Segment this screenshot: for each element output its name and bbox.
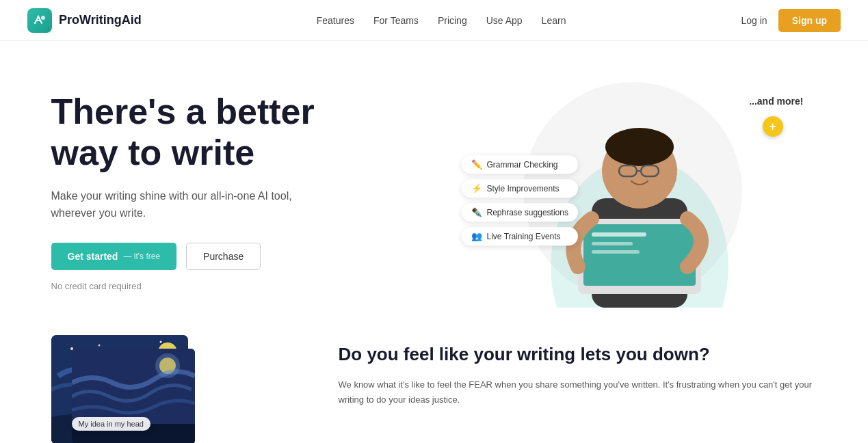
svg-point-17 xyxy=(159,341,161,343)
purchase-button[interactable]: Purchase xyxy=(186,243,261,270)
navbar-actions: Log in Sign up xyxy=(741,9,841,32)
hero-buttons: Get started — it's free Purchase xyxy=(51,243,421,270)
logo-link[interactable]: ProWritingAid xyxy=(27,8,142,33)
get-started-label: Get started xyxy=(68,251,118,262)
more-text: ...and more! xyxy=(749,96,803,107)
second-section: My idea in my head Do you feel like your… xyxy=(24,321,845,443)
pill-training: 👥 Live Training Events xyxy=(462,227,578,245)
idea-tooltip: My idea in my head xyxy=(72,417,150,431)
logo-icon xyxy=(27,8,52,33)
pill-rephrase: ✒️ Rephrase suggestions xyxy=(462,203,578,222)
second-section-body: We know what it's like to feel the FEAR … xyxy=(339,377,817,407)
training-icon: 👥 xyxy=(471,231,482,241)
svg-point-4 xyxy=(605,128,674,166)
style-label: Style Improvements xyxy=(487,184,560,193)
nav-learn[interactable]: Learn xyxy=(542,15,566,26)
no-card-text: No credit card required xyxy=(51,281,421,291)
login-link[interactable]: Log in xyxy=(741,15,767,26)
pill-style: ⚡ Style Improvements xyxy=(462,179,578,198)
nav-features[interactable]: Features xyxy=(317,15,354,26)
hero-title: There's a better way to write xyxy=(51,92,421,174)
pill-grammar: ✏️ Grammar Checking xyxy=(462,155,578,174)
hero-content: There's a better way to write Make your … xyxy=(51,92,421,291)
signup-button[interactable]: Sign up xyxy=(778,9,841,32)
hero-subtitle: Make your writing shine with our all-in-… xyxy=(51,187,325,222)
nav-links: Features For Teams Pricing Use App Learn xyxy=(317,14,566,27)
svg-rect-12 xyxy=(592,250,640,254)
grammar-label: Grammar Checking xyxy=(487,160,558,170)
second-section-title: Do you feel like your writing lets you d… xyxy=(339,342,817,366)
second-image-area: My idea in my head xyxy=(51,335,298,443)
hero-image-area: ✏️ Grammar Checking ⚡ Style Improvements… xyxy=(448,75,817,308)
free-badge: — it's free xyxy=(123,252,160,261)
svg-point-15 xyxy=(98,345,100,347)
nav-pricing[interactable]: Pricing xyxy=(438,15,467,26)
rephrase-icon: ✒️ xyxy=(471,207,482,217)
get-started-button[interactable]: Get started — it's free xyxy=(51,243,177,270)
plus-badge: + xyxy=(763,116,783,137)
grammar-icon: ✏️ xyxy=(471,159,482,170)
nav-for-teams[interactable]: For Teams xyxy=(373,15,419,26)
logo-text: ProWritingAid xyxy=(59,13,142,27)
style-icon: ⚡ xyxy=(471,183,482,193)
second-section-content: Do you feel like your writing lets you d… xyxy=(339,335,817,408)
svg-point-0 xyxy=(41,16,45,20)
rephrase-label: Rephrase suggestions xyxy=(487,208,568,217)
training-label: Live Training Events xyxy=(487,232,561,241)
nav-use-app[interactable]: Use App xyxy=(486,15,523,26)
navbar: ProWritingAid Features For Teams Pricing… xyxy=(0,0,868,41)
feature-pills: ✏️ Grammar Checking ⚡ Style Improvements… xyxy=(462,155,578,245)
svg-rect-11 xyxy=(592,242,633,245)
svg-rect-10 xyxy=(592,232,646,237)
hero-section: There's a better way to write Make your … xyxy=(24,41,845,321)
